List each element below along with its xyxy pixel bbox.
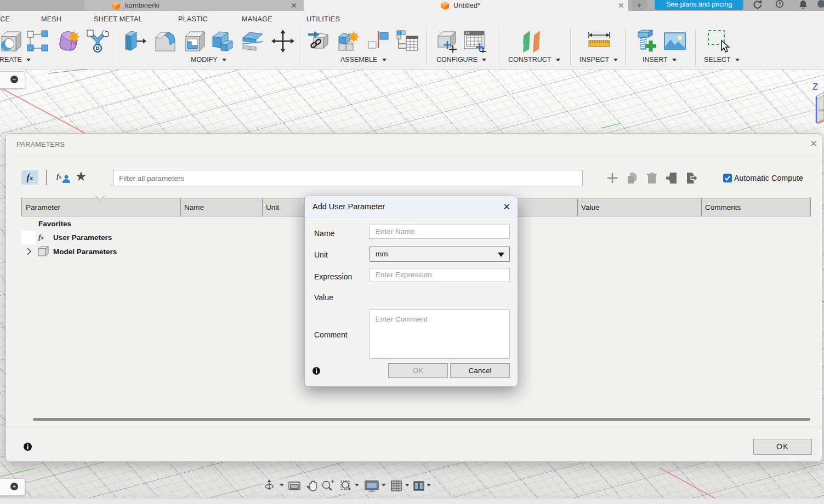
svg-text:FR: FR	[819, 108, 824, 113]
